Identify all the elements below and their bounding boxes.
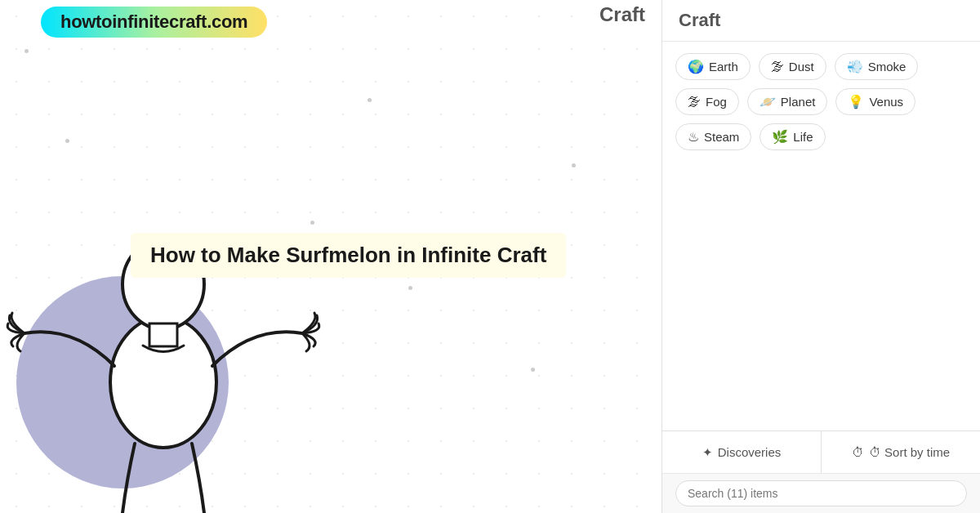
- tags-row-2: 🌫 Fog 🪐 Planet 💡 Venus: [675, 88, 967, 115]
- deco-dot: [572, 163, 576, 167]
- search-input[interactable]: [675, 480, 967, 506]
- tags-row-3: ♨ Steam 🌿 Life: [675, 123, 967, 150]
- tag-dust-label: Dust: [789, 60, 814, 74]
- deco-dot: [408, 286, 412, 290]
- tag-dust[interactable]: 🌫 Dust: [759, 53, 826, 80]
- main-area: howtoinfinitecraft.com Craft How to Make…: [0, 0, 662, 513]
- discoveries-button[interactable]: ✦ Discoveries: [662, 431, 822, 473]
- fog-icon: 🌫: [688, 95, 701, 109]
- tag-steam[interactable]: ♨ Steam: [675, 123, 751, 150]
- deco-dot: [24, 49, 29, 53]
- discoveries-label: Discoveries: [718, 445, 782, 459]
- tag-life-label: Life: [793, 130, 813, 144]
- dust-icon: 🌫: [771, 60, 784, 74]
- tag-planet[interactable]: 🪐 Planet: [747, 88, 828, 115]
- url-text: howtoinfinitecraft.com: [60, 11, 247, 32]
- page-title: How to Make Surfmelon in Infinite Craft: [150, 243, 546, 268]
- url-banner[interactable]: howtoinfinitecraft.com: [41, 7, 267, 38]
- venus-icon: 💡: [848, 94, 864, 109]
- tags-area: 🌍 Earth 🌫 Dust 💨 Smoke 🌫 Fog 🪐 Planet: [662, 42, 980, 430]
- tag-earth-label: Earth: [709, 60, 738, 74]
- smoke-icon: 💨: [847, 59, 863, 74]
- clock-icon: ⏱: [852, 445, 864, 459]
- tag-planet-label: Planet: [781, 95, 816, 109]
- sort-label: ⏱ Sort by time: [869, 445, 950, 459]
- craft-header-partial: Craft: [599, 3, 645, 26]
- life-icon: 🌿: [772, 129, 788, 145]
- tag-venus-label: Venus: [869, 95, 903, 109]
- deco-dot: [310, 221, 314, 225]
- tags-row-1: 🌍 Earth 🌫 Dust 💨 Smoke: [675, 53, 967, 80]
- tag-smoke-label: Smoke: [868, 60, 906, 74]
- right-panel-title: Craft: [662, 0, 980, 42]
- tag-smoke[interactable]: 💨 Smoke: [835, 53, 919, 80]
- tag-life[interactable]: 🌿 Life: [760, 123, 825, 150]
- steam-icon: ♨: [688, 129, 699, 145]
- earth-icon: 🌍: [688, 59, 704, 74]
- right-panel: Craft 🌍 Earth 🌫 Dust 💨 Smoke 🌫 Fog 🪐: [662, 0, 980, 513]
- discoveries-icon: ✦: [702, 445, 713, 460]
- sort-by-time-button[interactable]: ⏱ ⏱ Sort by time: [822, 431, 980, 473]
- planet-icon: 🪐: [760, 94, 776, 109]
- tag-earth[interactable]: 🌍 Earth: [675, 53, 751, 80]
- title-box: How to Make Surfmelon in Infinite Craft: [131, 233, 566, 278]
- tag-steam-label: Steam: [704, 130, 739, 144]
- bottom-bar: ✦ Discoveries ⏱ ⏱ Sort by time: [662, 430, 980, 473]
- search-bar-area: [662, 473, 980, 513]
- tag-fog[interactable]: 🌫 Fog: [675, 88, 739, 115]
- tag-venus[interactable]: 💡 Venus: [835, 88, 915, 115]
- deco-dot: [65, 139, 69, 143]
- deco-dot: [368, 98, 372, 102]
- character-illustration: [0, 129, 327, 513]
- deco-dot: [531, 368, 535, 372]
- tag-fog-label: Fog: [706, 95, 727, 109]
- svg-rect-2: [149, 323, 177, 346]
